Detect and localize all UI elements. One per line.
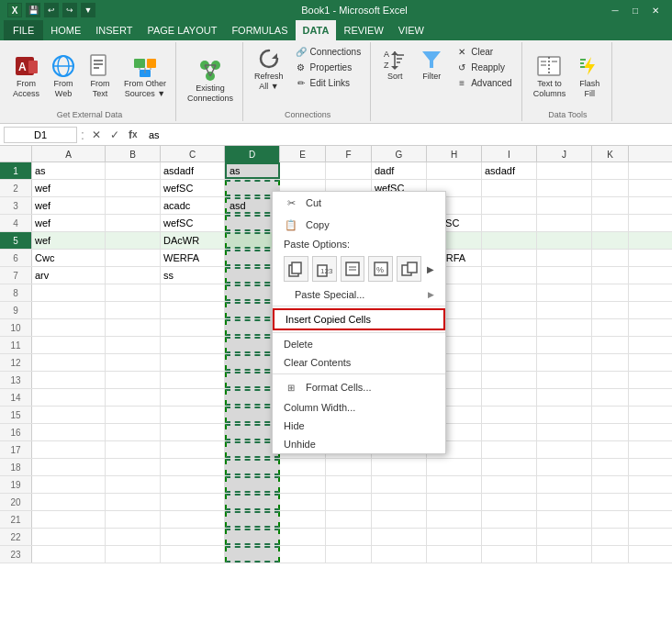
cell-j2[interactable] <box>537 180 592 196</box>
cell-k10[interactable] <box>592 319 629 336</box>
cell-i17[interactable] <box>482 441 537 458</box>
cell-a7[interactable]: arv <box>32 267 106 284</box>
text-to-columns-button[interactable]: Text toColumns <box>530 51 570 101</box>
col-header-g[interactable]: G <box>372 146 427 162</box>
ctx-delete[interactable]: Delete <box>273 335 445 353</box>
cell-i16[interactable] <box>482 424 537 440</box>
cell-a2[interactable]: wef <box>32 180 106 196</box>
cell-c5[interactable]: DAcWR <box>161 232 225 249</box>
cell-j7[interactable] <box>537 267 592 284</box>
cell-h20[interactable] <box>427 494 482 510</box>
ctx-unhide[interactable]: Unhide <box>273 435 445 453</box>
cell-a17[interactable] <box>32 441 106 458</box>
cell-a5[interactable]: wef <box>32 232 106 249</box>
menu-page-layout[interactable]: PAGE LAYOUT <box>140 20 224 40</box>
paste-btn-1[interactable] <box>284 256 308 282</box>
cell-k1[interactable] <box>592 162 629 179</box>
cell-c17[interactable] <box>161 441 225 458</box>
cell-j1[interactable] <box>537 162 592 179</box>
cell-j10[interactable] <box>537 319 592 336</box>
cell-f21[interactable] <box>326 511 372 528</box>
cell-j22[interactable] <box>537 529 592 545</box>
cell-h19[interactable] <box>427 476 482 493</box>
cell-j12[interactable] <box>537 354 592 371</box>
cell-i12[interactable] <box>482 354 537 371</box>
cell-h21[interactable] <box>427 511 482 528</box>
cell-c16[interactable] <box>161 424 225 440</box>
cell-c22[interactable] <box>161 529 225 545</box>
cell-k23[interactable] <box>592 546 629 563</box>
cell-a19[interactable] <box>32 476 106 493</box>
reapply-button[interactable]: ↺ Reapply <box>452 60 515 74</box>
cell-b12[interactable] <box>106 354 161 371</box>
menu-view[interactable]: VIEW <box>391 20 431 40</box>
cell-d22[interactable] <box>225 529 280 545</box>
cell-j8[interactable] <box>537 284 592 301</box>
cell-f19[interactable] <box>326 476 372 493</box>
cell-h18[interactable] <box>427 459 482 475</box>
cell-b15[interactable] <box>106 407 161 423</box>
cell-c3[interactable]: acadc <box>161 197 225 214</box>
ctx-paste-special[interactable]: Paste Special... ▶ <box>273 285 445 304</box>
paste-btn-4[interactable]: % <box>368 256 393 282</box>
cell-c1[interactable]: asdadf <box>161 162 225 179</box>
cell-e1[interactable] <box>280 162 326 179</box>
cell-a9[interactable] <box>32 302 106 318</box>
cell-k17[interactable] <box>592 441 629 458</box>
cell-j4[interactable] <box>537 215 592 231</box>
flash-fill-button[interactable]: FlashFill <box>573 51 606 101</box>
cell-g19[interactable] <box>372 476 427 493</box>
formula-input[interactable] <box>145 129 668 140</box>
cell-j19[interactable] <box>537 476 592 493</box>
cell-i19[interactable] <box>482 476 537 493</box>
cell-j14[interactable] <box>537 389 592 406</box>
cell-b14[interactable] <box>106 389 161 406</box>
cell-b9[interactable] <box>106 302 161 318</box>
redo-icon[interactable]: ↪ <box>62 3 77 17</box>
cell-j6[interactable] <box>537 250 592 266</box>
cancel-formula-icon[interactable]: ✕ <box>88 127 105 143</box>
cell-a23[interactable] <box>32 546 106 563</box>
cell-b5[interactable] <box>106 232 161 249</box>
cell-k8[interactable] <box>592 284 629 301</box>
cell-j17[interactable] <box>537 441 592 458</box>
close-button[interactable]: ✕ <box>646 3 665 17</box>
from-other-sources-button[interactable]: From OtherSources ▼ <box>120 51 170 101</box>
cell-j21[interactable] <box>537 511 592 528</box>
cell-f20[interactable] <box>326 494 372 510</box>
cell-c10[interactable] <box>161 319 225 336</box>
cell-b21[interactable] <box>106 511 161 528</box>
col-header-a[interactable]: A <box>32 146 106 162</box>
col-header-c[interactable]: C <box>161 146 225 162</box>
cell-k13[interactable] <box>592 372 629 388</box>
cell-b20[interactable] <box>106 494 161 510</box>
cell-i7[interactable] <box>482 267 537 284</box>
cell-i11[interactable] <box>482 337 537 353</box>
clear-button[interactable]: ✕ Clear <box>452 44 515 59</box>
cell-i2[interactable] <box>482 180 537 196</box>
cell-b8[interactable] <box>106 284 161 301</box>
cell-c9[interactable] <box>161 302 225 318</box>
cell-h1[interactable] <box>427 162 482 179</box>
menu-formulas[interactable]: FORMULAS <box>224 20 295 40</box>
cell-c6[interactable]: WERFA <box>161 250 225 266</box>
cell-c12[interactable] <box>161 354 225 371</box>
cell-j9[interactable] <box>537 302 592 318</box>
cell-k12[interactable] <box>592 354 629 371</box>
cell-a13[interactable] <box>32 372 106 388</box>
cell-k7[interactable] <box>592 267 629 284</box>
cell-i20[interactable] <box>482 494 537 510</box>
cell-i5[interactable] <box>482 232 537 249</box>
cell-k21[interactable] <box>592 511 629 528</box>
cell-k14[interactable] <box>592 389 629 406</box>
cell-a11[interactable] <box>32 337 106 353</box>
menu-data[interactable]: DATA <box>296 20 337 40</box>
col-header-i[interactable]: I <box>482 146 537 162</box>
cell-a18[interactable] <box>32 459 106 475</box>
col-header-e[interactable]: E <box>280 146 326 162</box>
cell-k5[interactable] <box>592 232 629 249</box>
cell-j5[interactable] <box>537 232 592 249</box>
connections-small-button[interactable]: 🔗 Connections <box>291 44 365 59</box>
cell-c7[interactable]: ss <box>161 267 225 284</box>
cell-c19[interactable] <box>161 476 225 493</box>
